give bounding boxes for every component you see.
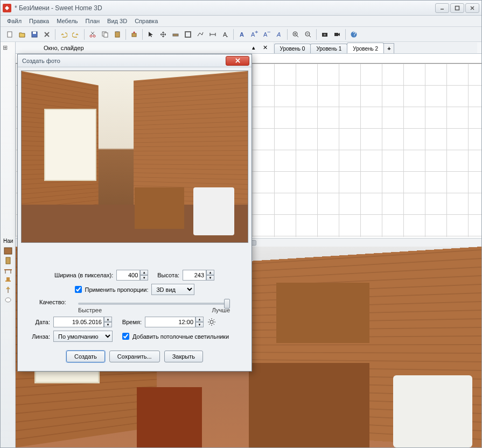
svg-line-36: [297, 36, 298, 37]
minimize-button[interactable]: [435, 3, 449, 13]
video-icon[interactable]: [331, 29, 343, 40]
text-decrease-icon[interactable]: A−: [261, 29, 273, 40]
add-furniture-icon[interactable]: [128, 29, 140, 40]
shelf-3d: [276, 283, 369, 343]
height-down[interactable]: ▼: [206, 275, 214, 281]
time-down[interactable]: ▼: [195, 322, 204, 327]
titlebar[interactable]: * БезИмени - Sweet Home 3D: [1, 1, 481, 16]
create-button[interactable]: Создать: [66, 351, 105, 362]
svg-line-67: [214, 324, 215, 325]
pan-icon[interactable]: [157, 29, 169, 40]
quality-thumb[interactable]: [224, 299, 230, 309]
copy-icon[interactable]: [99, 29, 111, 40]
select-icon[interactable]: [145, 29, 157, 40]
lamp-icon[interactable]: [3, 285, 13, 294]
tab-add[interactable]: +: [383, 43, 394, 53]
tab-level1[interactable]: Уровень 1: [310, 44, 347, 53]
dialog-titlebar[interactable]: Создать фото: [18, 54, 252, 67]
close-panel-icon[interactable]: ✕: [261, 44, 270, 51]
svg-rect-2: [456, 6, 459, 10]
sort-arrow-icon[interactable]: ▴: [249, 44, 258, 51]
app-icon: [3, 4, 11, 12]
door-icon[interactable]: [3, 256, 13, 265]
catalog-tree[interactable]: ⊞: [1, 42, 16, 447]
date-input[interactable]: [53, 317, 104, 327]
svg-point-43: [324, 33, 326, 36]
redo-icon[interactable]: [70, 29, 82, 40]
svg-rect-16: [115, 32, 120, 37]
date-down[interactable]: ▼: [104, 322, 112, 327]
zoom-in-icon[interactable]: [290, 29, 302, 40]
undo-icon[interactable]: [58, 29, 69, 40]
time-input[interactable]: [145, 317, 195, 327]
preferences-icon[interactable]: [41, 29, 53, 40]
svg-line-68: [209, 324, 210, 325]
create-dimensions-icon[interactable]: [207, 29, 219, 40]
maximize-button[interactable]: [450, 3, 464, 13]
cut-icon[interactable]: [87, 29, 99, 40]
dialog-close-button[interactable]: [226, 56, 249, 66]
svg-rect-50: [6, 257, 10, 264]
save-icon[interactable]: [29, 29, 40, 40]
width-up[interactable]: ▲: [140, 270, 148, 275]
create-room-icon[interactable]: [182, 29, 194, 40]
menu-edit[interactable]: Правка: [26, 17, 52, 25]
paste-icon[interactable]: [111, 29, 123, 40]
armchair-3d: [393, 375, 472, 447]
close-dialog-button[interactable]: Закрыть: [164, 351, 203, 362]
width-down[interactable]: ▼: [140, 275, 148, 281]
photo-preview: [21, 71, 248, 243]
menubar: Файл Правка Мебель План Вид 3D Справка: [1, 16, 481, 27]
svg-rect-49: [4, 248, 12, 254]
menu-help[interactable]: Справка: [131, 17, 161, 25]
menu-furniture[interactable]: Мебель: [53, 17, 81, 25]
sun-icon[interactable]: [207, 318, 216, 326]
time-up[interactable]: ▲: [195, 317, 204, 322]
quality-slider[interactable]: [78, 303, 230, 305]
width-input[interactable]: [116, 270, 140, 281]
quality-fast-label: Быстрее: [78, 307, 102, 313]
height-up[interactable]: ▲: [206, 270, 214, 275]
tree-expand-icon[interactable]: ⊞: [1, 42, 15, 53]
table-icon[interactable]: [3, 266, 13, 275]
create-text-icon[interactable]: A: [219, 29, 231, 40]
wc-icon[interactable]: [3, 295, 13, 304]
quality-label: Качество:: [39, 299, 72, 305]
create-photo-dialog: Создать фото Ширина (в пикселах): ▲▼ Выс…: [17, 54, 252, 372]
svg-text:−: −: [267, 31, 270, 35]
preview-chair: [193, 187, 234, 235]
apply-proportions-checkbox[interactable]: [75, 286, 82, 293]
time-label: Время:: [120, 319, 142, 325]
close-button[interactable]: [465, 3, 479, 13]
lens-select[interactable]: По умолчанию: [53, 331, 113, 342]
toolbar: A A A+ A− A ?: [1, 27, 481, 42]
text-italic-icon[interactable]: A: [273, 29, 285, 40]
new-icon[interactable]: [4, 29, 16, 40]
svg-marker-21: [149, 32, 153, 37]
text-increase-icon[interactable]: A+: [248, 29, 260, 40]
height-input[interactable]: [183, 270, 206, 281]
menu-file[interactable]: Файл: [4, 17, 25, 25]
preview-desk: [135, 187, 184, 228]
date-up[interactable]: ▲: [104, 317, 112, 322]
tab-level2[interactable]: Уровень 2: [347, 43, 384, 53]
photo-icon[interactable]: [319, 29, 331, 40]
text-bold-icon[interactable]: A: [236, 29, 248, 40]
tab-level0[interactable]: Уровень 0: [274, 44, 311, 53]
zoom-out-icon[interactable]: [302, 29, 314, 40]
desk-3d: [249, 363, 370, 447]
proportions-select[interactable]: 3D вид: [151, 284, 194, 295]
shelf-icon[interactable]: [3, 247, 13, 255]
save-button[interactable]: Сохранить...: [109, 351, 160, 362]
create-polyline-icon[interactable]: [194, 29, 206, 40]
furniture-list-header: Окно, слайдер ▴ ✕ Уровень 0 Уровень 1 Ур…: [16, 42, 481, 54]
help-icon[interactable]: ?: [348, 29, 360, 40]
svg-point-10: [90, 35, 92, 37]
svg-rect-5: [8, 32, 12, 37]
menu-plan[interactable]: План: [82, 17, 103, 25]
ceiling-lights-checkbox[interactable]: [122, 333, 129, 340]
open-icon[interactable]: [16, 29, 28, 40]
menu-view3d[interactable]: Вид 3D: [104, 17, 130, 25]
chair-icon[interactable]: [3, 276, 13, 284]
create-walls-icon[interactable]: [170, 29, 181, 40]
